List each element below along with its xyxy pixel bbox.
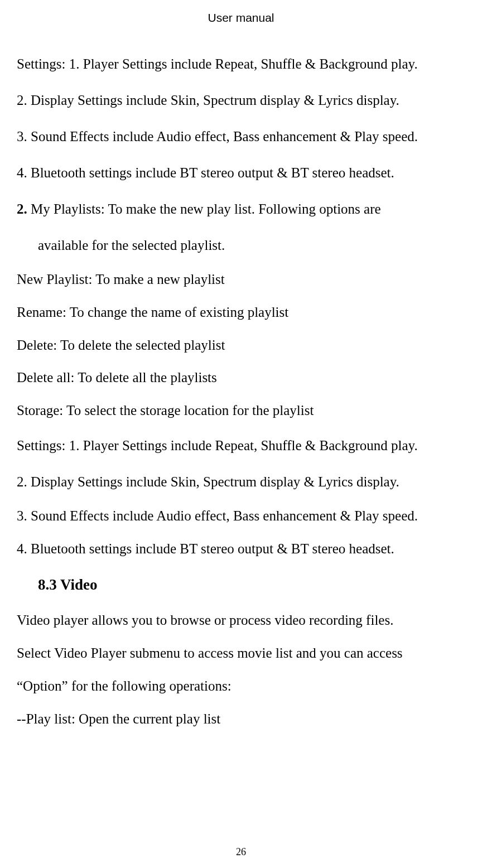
paragraph-delete-all: Delete all: To delete all the playlists xyxy=(17,361,465,394)
page-number: 26 xyxy=(0,846,482,858)
my-playlists-text: My Playlists: To make the new play list.… xyxy=(27,201,381,216)
paragraph-display-settings: 2. Display Settings include Skin, Spectr… xyxy=(17,82,465,118)
paragraph-storage: Storage: To select the storage location … xyxy=(17,394,465,427)
paragraph-play-list: --Play list: Open the current play list xyxy=(17,703,465,736)
paragraph-display-settings-2: 2. Display Settings include Skin, Spectr… xyxy=(17,464,465,500)
paragraph-delete: Delete: To delete the selected playlist xyxy=(17,329,465,362)
paragraph-settings-2: Settings: 1. Player Settings include Rep… xyxy=(17,427,465,464)
document-body: Settings: 1. Player Settings include Rep… xyxy=(17,46,465,735)
list-number-2: 2. xyxy=(17,201,27,216)
paragraph-sound-effects-2: 3. Sound Effects include Audio effect, B… xyxy=(17,500,465,533)
paragraph-my-playlists-line1: 2. My Playlists: To make the new play li… xyxy=(17,191,465,227)
paragraph-new-playlist: New Playlist: To make a new playlist xyxy=(17,263,465,296)
paragraph-rename: Rename: To change the name of existing p… xyxy=(17,296,465,329)
paragraph-bluetooth-settings-2: 4. Bluetooth settings include BT stereo … xyxy=(17,533,465,566)
paragraph-video-intro: Video player allows you to browse or pro… xyxy=(17,604,465,637)
paragraph-bluetooth-settings: 4. Bluetooth settings include BT stereo … xyxy=(17,155,465,191)
paragraph-my-playlists-line2: available for the selected playlist. xyxy=(17,227,465,263)
page-header: User manual xyxy=(17,11,465,25)
section-heading-video: 8.3 Video xyxy=(17,565,465,604)
paragraph-settings-1: Settings: 1. Player Settings include Rep… xyxy=(17,46,465,82)
paragraph-video-submenu: Select Video Player submenu to access mo… xyxy=(17,637,465,670)
paragraph-option-operations: “Option” for the following operations: xyxy=(17,670,465,703)
paragraph-sound-effects: 3. Sound Effects include Audio effect, B… xyxy=(17,118,465,155)
